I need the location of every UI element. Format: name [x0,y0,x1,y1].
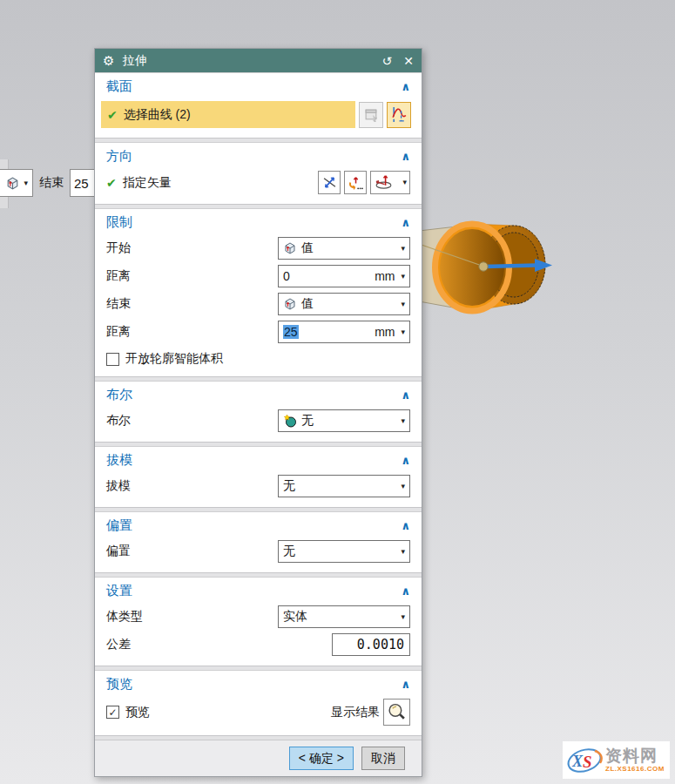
open-profile-checkbox[interactable] [106,353,119,366]
chevron-down-icon: ▾ [401,328,405,336]
settings-group-title: 设置 [106,583,132,599]
specify-vector-label: 指定矢量 [123,175,172,191]
preview-label: 预览 [125,705,150,720]
body-type-dropdown[interactable]: 实体 ▾ [278,605,410,628]
reverse-direction-icon [348,175,363,191]
draft-dropdown[interactable]: 无 ▾ [278,475,410,497]
chevron-down-icon: ▾ [401,245,405,253]
end-label: 结束 [106,296,131,312]
watermark: X S 资料网 ZL.XS1616.COM [563,741,670,779]
offset-dropdown[interactable]: 无 ▾ [278,540,410,563]
section-group-limits: 限制 ∧ 开始 值 ▾ 距离 0 mm ▾ 结束 [95,208,422,377]
watermark-site-url: ZL.XS1616.COM [605,766,665,773]
start-distance-unit: mm [375,269,395,283]
section-group-preview: 预览 ∧ ✓ 预览 显示结果 [95,670,422,736]
check-icon: ✔ [106,176,117,190]
section-group-offset: 偏置 ∧ 偏置 无 ▾ [95,511,422,573]
section-group-section: 截面 ∧ ✔ 选择曲线 (2) [95,72,422,139]
value-cube-icon [283,241,297,255]
vector-cross-icon [322,175,337,190]
boolean-none-icon [283,414,297,428]
end-distance-input[interactable]: 25 mm ▾ [278,321,410,343]
dialog-titlebar[interactable]: ⚙ 拉伸 ↺ ✕ [95,49,422,72]
chevron-down-icon: ▾ [401,417,405,425]
end-distance-unit: mm [375,325,395,339]
chevron-up-icon[interactable]: ∧ [401,454,410,467]
dialog-title: 拉伸 [122,53,370,69]
chevron-up-icon[interactable]: ∧ [401,585,410,598]
chevron-up-icon[interactable]: ∧ [401,80,410,93]
extrude-dialog: ⚙ 拉伸 ↺ ✕ 截面 ∧ ✔ 选择曲线 (2) [94,48,422,777]
boolean-label: 布尔 [106,413,131,429]
svg-text:X: X [571,753,584,770]
chevron-up-icon[interactable]: ∧ [401,389,410,402]
boolean-group-title: 布尔 [106,387,132,403]
select-curve-field[interactable]: ✔ 选择曲线 (2) [101,101,355,128]
end-mode-dropdown[interactable]: 值 ▾ [278,293,410,315]
value-cube-icon [5,176,20,191]
chevron-down-icon: ▾ [401,301,405,308]
extrude-3d-model[interactable] [416,217,564,323]
start-distance-value: 0 [283,269,375,283]
start-mode-value: 值 [301,240,401,256]
reverse-direction-button[interactable] [344,171,367,194]
section-group-draft: 拔模 ∧ 拔模 无 ▾ [95,446,422,508]
value-cube-icon [283,297,297,311]
start-distance-label: 距离 [106,268,131,284]
start-distance-input[interactable]: 0 mm ▾ [278,265,410,287]
svg-text:S: S [583,753,592,771]
vector-glyph-icon [374,172,394,193]
section-group-boolean: 布尔 ∧ 布尔 无 ▾ [95,381,422,443]
chevron-down-icon: ▾ [401,273,405,280]
ok-button[interactable]: < 确定 > [289,747,354,770]
draft-value: 无 [283,478,401,494]
chevron-down-icon: ▾ [24,179,28,187]
section-dialog-button [359,102,383,128]
preview-group-title: 预览 [106,676,132,693]
tolerance-input[interactable]: 0.0010 [332,633,410,656]
chevron-up-icon[interactable]: ∧ [401,216,410,229]
start-label: 开始 [106,240,131,256]
offset-group-title: 偏置 [106,517,132,534]
limit-mode-combo[interactable]: ▾ [0,169,33,197]
chevron-down-icon: ▾ [401,548,405,556]
sketch-section-icon [364,107,379,122]
boolean-dropdown[interactable]: 无 ▾ [278,409,410,432]
gear-icon: ⚙ [103,53,114,69]
draft-label: 拔模 [106,478,131,494]
draft-group-title: 拔模 [106,452,132,469]
chevron-up-icon[interactable]: ∧ [401,150,410,163]
reset-icon[interactable]: ↺ [382,54,393,68]
end-label: 结束 [39,175,64,191]
end-distance-label: 距离 [106,324,131,340]
check-icon: ✔ [107,108,118,122]
origin-handle-sphere[interactable] [479,262,488,271]
magnifier-icon [387,702,407,722]
close-icon[interactable]: ✕ [403,54,414,68]
direction-group-title: 方向 [106,148,132,165]
open-profile-label: 开放轮廓智能体积 [125,351,223,367]
tolerance-label: 公差 [106,637,131,652]
chevron-down-icon: ▾ [401,483,405,490]
chevron-up-icon[interactable]: ∧ [401,519,410,532]
select-curve-label: 选择曲线 (2) [124,107,191,123]
vector-type-dropdown[interactable]: ▾ [370,171,410,194]
chevron-down-icon: ▾ [401,613,405,621]
end-mode-value: 值 [301,296,401,312]
chevron-down-icon: ▾ [402,179,407,186]
curve-rule-button[interactable] [387,102,411,128]
section-group-direction: 方向 ∧ ✔ 指定矢量 [95,142,422,205]
chevron-up-icon[interactable]: ∧ [401,678,410,691]
preview-checkbox[interactable]: ✓ [106,706,119,719]
vector-constructor-button[interactable] [318,171,341,194]
section-group-title: 截面 [106,78,132,95]
body-type-value: 实体 [283,609,401,625]
start-mode-dropdown[interactable]: 值 ▾ [278,237,410,260]
show-result-button[interactable] [383,699,410,726]
show-result-label: 显示结果 [331,705,380,720]
cancel-button[interactable]: 取消 [361,747,405,770]
curve-icon [391,105,408,124]
boolean-value: 无 [301,413,401,429]
dialog-footer: < 确定 > 取消 [95,740,422,776]
end-distance-value-selected: 25 [283,325,299,339]
